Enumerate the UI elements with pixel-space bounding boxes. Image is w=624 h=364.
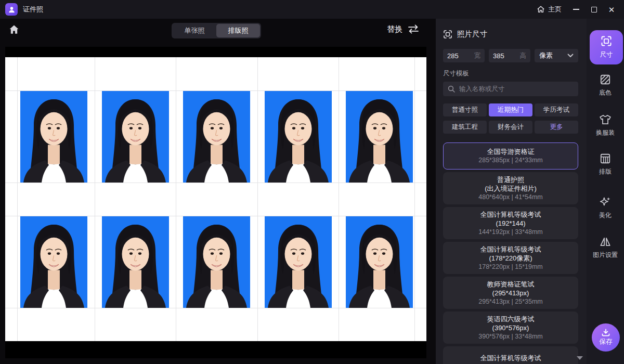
close-icon: ✕ — [608, 6, 615, 14]
cut-guide-line — [17, 57, 18, 341]
background-color-icon — [600, 74, 611, 85]
panel-title: 照片尺寸 — [457, 29, 487, 39]
category-trending[interactable]: 近期热门 — [489, 103, 532, 116]
category-finance[interactable]: 财务会计 — [489, 121, 532, 134]
template-item[interactable]: 普通护照 (出入境证件相片) 480*640px | 41*54mm — [443, 172, 578, 204]
template-subtitle: (178*220像素) — [489, 254, 532, 263]
save-button-label: 保存 — [600, 337, 613, 346]
sidebar-item-beautify-label: 美化 — [599, 211, 612, 220]
minimize-icon — [573, 9, 579, 10]
cut-guide-line — [5, 183, 426, 183]
template-search — [443, 82, 578, 96]
photo-mode-tabs: 单张照 排版照 — [172, 23, 261, 38]
home-nav-label: 主页 — [548, 5, 562, 14]
sidebar-item-background-color[interactable]: 底色 — [587, 74, 624, 97]
search-icon — [448, 85, 455, 93]
home-button[interactable] — [8, 24, 21, 36]
sidebar-item-clothes-label: 换服装 — [596, 128, 615, 137]
tab-single-photo[interactable]: 单张照 — [173, 24, 216, 37]
sidebar-item-beautify[interactable]: 美化 — [587, 196, 624, 220]
app-logo-icon — [5, 3, 18, 16]
sidebar-item-background-label: 底色 — [599, 88, 612, 97]
crop-frame-icon — [443, 30, 452, 39]
maximize-button[interactable] — [587, 3, 601, 16]
save-button[interactable]: 保存 — [592, 323, 620, 352]
photo-sheet — [5, 47, 426, 358]
height-suffix: 高 — [520, 51, 527, 60]
image-settings-icon — [599, 236, 612, 248]
width-input[interactable] — [447, 52, 471, 60]
sidebar-item-layout[interactable]: 排版 — [587, 153, 624, 176]
unit-select[interactable]: 像素 — [535, 49, 578, 62]
template-subtitle: (192*144) — [496, 219, 525, 228]
tab-layout-photo[interactable]: 排版照 — [216, 24, 260, 37]
home-outline-icon — [537, 5, 545, 14]
minimize-button[interactable] — [569, 3, 583, 16]
titlebar: 证件照 主页 ✕ — [0, 0, 624, 19]
sidebar-item-image-settings[interactable]: 图片设置 — [587, 236, 624, 259]
template-size: 285*385px | 24*33mm — [478, 156, 542, 165]
beautify-icon — [599, 196, 612, 208]
id-photo — [265, 216, 332, 308]
id-photo — [20, 216, 87, 308]
home-nav-button[interactable]: 主页 — [532, 3, 566, 16]
close-button[interactable]: ✕ — [604, 3, 619, 16]
category-academic-exam[interactable]: 学历考试 — [535, 103, 578, 116]
height-field: 高 — [489, 49, 530, 62]
template-item[interactable]: 全国导游资格证 285*385px | 24*33mm — [443, 142, 578, 170]
template-subtitle: (390*576px) — [492, 323, 529, 332]
height-input[interactable] — [493, 52, 517, 60]
template-section-label: 尺寸模板 — [443, 69, 469, 78]
category-common[interactable]: 普通寸照 — [443, 103, 487, 116]
app-title: 证件照 — [23, 5, 43, 14]
cut-guide-line — [176, 57, 176, 341]
sheet-black-bar-bottom — [5, 341, 426, 358]
template-item[interactable]: 全国计算机等级考试 (178*220像素) 178*220px | 15*19m… — [443, 242, 578, 274]
template-name: 普通护照 — [497, 175, 524, 184]
sidebar-item-layout-label: 排版 — [599, 167, 612, 176]
width-field: 宽 — [443, 49, 485, 62]
panel-header: 照片尺寸 — [443, 29, 487, 39]
cut-guide-line — [5, 308, 426, 308]
home-icon — [8, 24, 20, 35]
template-item[interactable]: 全国计算机等级考试 (192*144) 144*192px | 33*48mm — [443, 207, 578, 239]
maximize-icon — [591, 7, 597, 12]
template-name: 全国计算机等级考试 — [480, 354, 541, 362]
size-panel: 照片尺寸 宽 高 像素 尺寸模板 普通寸照 近期热门 学历考试 建筑工程 财务会… — [436, 19, 587, 364]
id-photo — [102, 91, 169, 183]
sidebar-item-size-label: 尺寸 — [600, 50, 613, 59]
chevron-down-icon — [567, 54, 574, 58]
cut-guide-line — [95, 57, 95, 341]
template-item[interactable]: 英语四六级考试 (390*576px) 390*576px | 33*48mm — [443, 311, 578, 344]
cut-guide-line — [257, 57, 258, 341]
sidebar-item-clothes[interactable]: 换服装 — [587, 114, 624, 137]
replace-button[interactable]: 替换 — [387, 24, 420, 34]
id-photo — [102, 216, 169, 308]
width-suffix: 宽 — [474, 51, 481, 60]
template-size: 144*192px | 33*48mm — [478, 228, 542, 237]
template-name: 英语四六级考试 — [487, 315, 535, 323]
search-input[interactable] — [459, 85, 574, 93]
template-subtitle: (出入境证件相片) — [485, 184, 537, 193]
template-item[interactable]: 全国计算机等级考试 (295*413) — [443, 346, 578, 364]
id-photo — [346, 91, 413, 183]
sidebar-item-size[interactable]: 尺寸 — [590, 30, 623, 64]
id-photo — [183, 216, 250, 308]
template-size: 295*413px | 25*35mm — [478, 297, 542, 306]
template-size: 178*220px | 15*19mm — [478, 263, 542, 271]
template-size: 480*640px | 41*54mm — [478, 193, 542, 202]
template-list: 全国导游资格证 285*385px | 24*33mm 普通护照 (出入境证件相… — [443, 142, 578, 364]
sheet-black-bar-top — [5, 47, 426, 57]
category-more[interactable]: 更多 — [535, 121, 578, 134]
scroll-down-chevron-icon[interactable] — [577, 356, 583, 360]
id-photo — [265, 91, 332, 183]
crop-icon — [601, 35, 612, 47]
template-item[interactable]: 教师资格证笔试 (295*413px) 295*413px | 25*35mm — [443, 277, 578, 309]
tool-sidebar: 尺寸 底色 换服装 排版 美化 图片设置 — [587, 19, 624, 364]
template-name: 全国导游资格证 — [487, 147, 535, 156]
layout-grid-icon — [600, 153, 611, 164]
category-filter-group: 普通寸照 近期热门 学历考试 建筑工程 财务会计 更多 — [443, 103, 578, 134]
download-icon — [601, 329, 610, 337]
unit-value: 像素 — [539, 51, 553, 60]
category-construction[interactable]: 建筑工程 — [443, 121, 487, 134]
